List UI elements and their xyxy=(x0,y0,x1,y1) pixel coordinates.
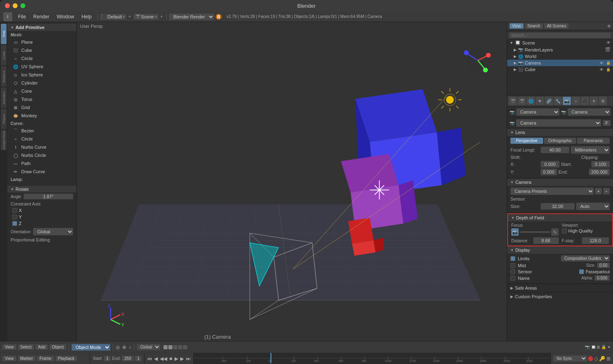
prop-icon-modifiers[interactable]: 🔧 xyxy=(554,97,562,105)
dof-section-title[interactable]: Depth of Field xyxy=(508,214,612,221)
camera-name-select[interactable]: Camera xyxy=(516,108,559,116)
tool-uvsphere[interactable]: 🌐 UV Sphere xyxy=(7,63,76,71)
prop-icon-world[interactable]: 🌐 xyxy=(527,97,535,105)
mode-select[interactable]: Object Mode Edit Mode Sculpt Mode xyxy=(72,344,110,351)
workspace-default-close[interactable]: × xyxy=(123,15,125,19)
layer-btn-1[interactable] xyxy=(163,345,168,349)
cube-eye-icon[interactable]: 👁 xyxy=(600,67,604,72)
prop-icon-constraints[interactable]: 🔗 xyxy=(545,97,553,105)
timeline-playback-btn[interactable]: Playback xyxy=(56,356,77,361)
custom-props-section[interactable]: ▶ Custom Properties xyxy=(507,293,613,301)
display-section-title[interactable]: Display xyxy=(507,246,613,254)
snap-icon[interactable]: ⊕ xyxy=(122,344,126,350)
sidebar-tab-tools[interactable]: Tools xyxy=(1,24,7,44)
view-btn[interactable]: View xyxy=(510,23,524,29)
add-primitive-header[interactable]: Add Primitive xyxy=(7,24,76,31)
prop-icon-texture[interactable]: ⬛ xyxy=(581,97,589,105)
layer-btn-5[interactable] xyxy=(183,345,187,349)
dof-focus-camera-icon[interactable]: 📷 xyxy=(511,228,519,236)
dof-eyedropper-icon[interactable]: ✎ xyxy=(551,228,559,236)
dof-hq-checkbox[interactable] xyxy=(562,228,567,233)
menu-file[interactable]: File xyxy=(15,13,29,20)
camera-presets-select[interactable]: Camera Presets xyxy=(510,188,594,195)
dof-focus-value[interactable] xyxy=(519,231,550,233)
tool-cone[interactable]: △ Cone xyxy=(7,87,76,95)
add-workspace[interactable]: + xyxy=(127,14,132,19)
panoramic-btn[interactable]: Panoramic xyxy=(577,138,610,144)
alpha-value[interactable]: 0.500 xyxy=(595,275,610,281)
focal-length-unit[interactable]: Millimeters Field of View xyxy=(571,146,610,154)
camera-eye-icon[interactable]: 👁 xyxy=(600,61,604,65)
jump-start-btn[interactable]: ⏮ xyxy=(146,356,153,362)
name-checkbox[interactable] xyxy=(510,276,515,281)
sidebar-tab-create[interactable]: Create xyxy=(1,45,7,65)
search-btn[interactable]: Search xyxy=(525,23,543,29)
size-disp-value[interactable]: 0.50 xyxy=(597,263,610,268)
tool-circle-curve[interactable]: ○ Circle xyxy=(7,135,76,143)
mist-checkbox[interactable] xyxy=(510,263,515,268)
stop-btn[interactable]: ■ xyxy=(168,356,173,362)
passepartout-checkbox[interactable] xyxy=(579,269,584,274)
outliner-search[interactable] xyxy=(510,33,611,38)
prop-icon-camera[interactable]: 📷 xyxy=(563,97,571,105)
timeline-extra[interactable]: ⊞ xyxy=(606,356,611,362)
autokey-icon[interactable]: 🔑 xyxy=(599,356,605,362)
start-frame-value[interactable]: 1 xyxy=(104,356,111,361)
prop-icon-particles[interactable]: ✦ xyxy=(590,97,598,105)
toolbar-view-btn[interactable]: View xyxy=(2,344,16,350)
jump-end-btn[interactable]: ⏭ xyxy=(185,356,192,362)
rotate-header[interactable]: Rotate xyxy=(7,186,76,192)
axis-z-row[interactable]: Z xyxy=(7,220,76,227)
toolbar-select-btn[interactable]: Select xyxy=(18,344,34,350)
tool-icosphere[interactable]: ◇ Ico Sphere xyxy=(7,71,76,79)
limits-checkbox[interactable] xyxy=(510,256,515,261)
menu-window[interactable]: Window xyxy=(54,13,78,20)
timeline-view-btn[interactable]: View xyxy=(2,356,16,361)
keying-icon[interactable]: ◇ xyxy=(594,356,598,362)
workspace-default-tab[interactable]: Default xyxy=(107,14,122,19)
dof-fstop-value[interactable]: 128.0 xyxy=(582,237,609,244)
menu-render[interactable]: Render xyxy=(30,13,52,20)
sidebar-tab-grease[interactable]: Grease Pencil xyxy=(1,130,7,150)
dof-dist-value[interactable]: 8.68 xyxy=(533,237,559,244)
camera-section-title[interactable]: Camera xyxy=(507,179,613,186)
panel-expand[interactable]: ⊕ xyxy=(607,24,611,28)
info-icon[interactable]: ℹ xyxy=(3,12,12,21)
tool-grid[interactable]: ⊞ Grid xyxy=(7,103,76,112)
play-btn[interactable]: ▶ xyxy=(174,356,179,362)
outliner-scene[interactable]: ▼ 🔲 Scene 👁 xyxy=(507,39,613,46)
layer-btn-3[interactable] xyxy=(173,345,177,349)
current-frame-value[interactable]: 1 xyxy=(135,356,142,361)
timeline-track[interactable]: -40 -20 0 20 40 60 80 100 120 140 xyxy=(194,353,550,364)
outliner-camera[interactable]: ▶ 📷 Camera 👁 🔒 xyxy=(507,60,613,66)
tool-path[interactable]: — Path xyxy=(7,159,76,167)
axis-x-checkbox[interactable] xyxy=(12,208,17,213)
axis-y-checkbox[interactable] xyxy=(12,214,17,219)
scene-eye-icon[interactable]: 👁 xyxy=(606,40,611,45)
tool-cube[interactable]: ⬛ Cube xyxy=(7,46,76,54)
timeline-marker-btn[interactable]: Marker xyxy=(18,356,36,361)
sensor-auto-select[interactable]: Auto Horizontal Vertical xyxy=(576,203,610,210)
presets-add-btn[interactable]: + xyxy=(595,188,602,194)
layer-btn-2[interactable] xyxy=(168,345,172,349)
next-frame-btn[interactable]: ▶ xyxy=(179,356,185,362)
prop-icon-render[interactable]: 🎬 xyxy=(509,97,517,105)
sidebar-tab-physics[interactable]: Physics xyxy=(1,109,7,129)
tool-monkey[interactable]: 🐵 Monkey xyxy=(7,112,76,120)
prop-icon-physics[interactable]: ⚙ xyxy=(599,97,607,105)
tool-bezier[interactable]: ⌒ Bezier xyxy=(7,127,76,135)
outliner-cube[interactable]: ▶ ⬛ Cube 👁 🔒 xyxy=(507,66,613,73)
sync-select[interactable]: No Sync Frame Drop AV Sync xyxy=(553,355,587,362)
workspace-scene-tab[interactable]: Scene xyxy=(141,14,154,19)
viewport-canvas[interactable]: X Y Z (1) Camera xyxy=(77,22,507,341)
y-value[interactable]: 0.000 xyxy=(541,169,557,175)
tool-torus[interactable]: ◎ Torus xyxy=(7,95,76,103)
focal-length-value[interactable]: 40.00 xyxy=(541,147,569,153)
outliner-renderlayers[interactable]: ▶ 📷 RenderLayers 🎬 xyxy=(507,46,613,53)
menu-help[interactable]: Help xyxy=(78,13,95,20)
all-scenes-btn[interactable]: All Scenes xyxy=(544,23,568,29)
comp-guides-select[interactable]: Composition Guides xyxy=(561,255,610,261)
safe-areas-section[interactable]: ▶ Safe Areas xyxy=(507,284,613,293)
toolbar-object-btn[interactable]: Object xyxy=(49,344,66,350)
end-value[interactable]: 200.000 xyxy=(589,169,610,175)
